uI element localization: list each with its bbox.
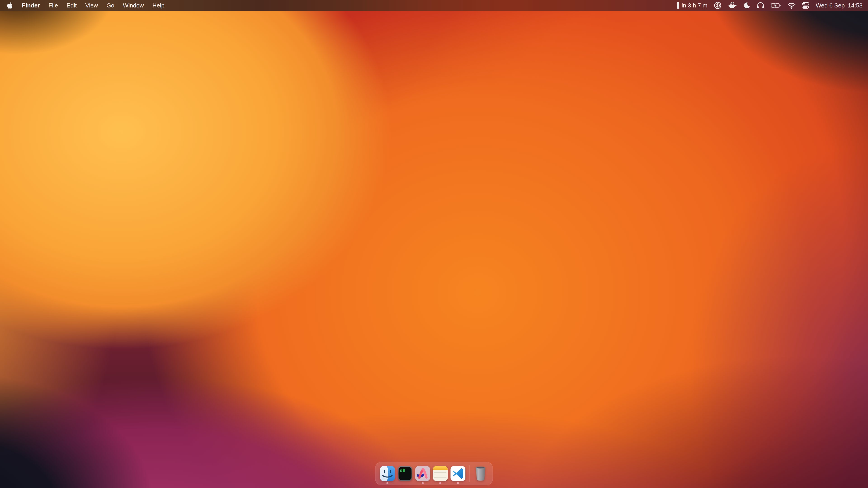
finder-icon	[380, 466, 395, 481]
clock-time: 14:53	[848, 2, 863, 9]
running-indicator	[422, 482, 424, 484]
terminal-icon: $	[398, 466, 412, 481]
apple-menu-icon[interactable]	[7, 2, 13, 9]
arc-browser-icon	[415, 466, 430, 481]
notes-icon	[433, 466, 448, 481]
dock-item-trash[interactable]	[472, 462, 489, 485]
menu-view[interactable]: View	[85, 2, 98, 9]
vscode-icon	[451, 466, 465, 481]
menubar-clock[interactable]: Wed 6 Sep 14:53	[816, 2, 863, 9]
dock: $	[375, 462, 493, 485]
desktop[interactable]: Finder File Edit View Go Window Help in …	[0, 0, 868, 488]
countdown-timer-icon	[677, 2, 679, 9]
dock-item-visual-studio-code[interactable]	[449, 462, 467, 485]
dock-item-finder[interactable]	[379, 462, 396, 485]
status-countdown-timer[interactable]: in 3 h 7 m	[677, 2, 708, 9]
menu-edit[interactable]: Edit	[66, 2, 76, 9]
one-password-icon[interactable]	[714, 2, 721, 9]
desktop-wallpaper	[0, 0, 868, 488]
clock-date: Wed 6 Sep	[816, 2, 845, 9]
battery-charging-icon[interactable]	[771, 3, 781, 8]
svg-text:$: $	[400, 468, 402, 473]
countdown-label: in 3 h 7 m	[682, 2, 708, 9]
dock-item-terminal[interactable]: $	[396, 462, 414, 485]
menu-help[interactable]: Help	[152, 2, 164, 9]
focus-moon-icon[interactable]	[743, 2, 750, 9]
docker-icon[interactable]	[728, 2, 737, 9]
control-center-icon[interactable]	[802, 2, 809, 9]
dock-separator	[469, 465, 469, 482]
menu-go[interactable]: Go	[106, 2, 114, 9]
running-indicator	[386, 482, 389, 484]
menu-window[interactable]: Window	[123, 2, 144, 9]
running-indicator	[439, 482, 441, 484]
dock-item-arc-browser[interactable]	[414, 462, 432, 485]
menu-file[interactable]: File	[49, 2, 58, 9]
dock-item-notes[interactable]	[432, 462, 449, 485]
headphones-icon[interactable]	[756, 2, 765, 9]
trash-icon	[474, 465, 487, 482]
running-indicator	[457, 482, 459, 484]
menu-bar: Finder File Edit View Go Window Help in …	[0, 0, 868, 11]
wifi-icon[interactable]	[787, 2, 796, 9]
menu-app-name[interactable]: Finder	[22, 2, 40, 9]
